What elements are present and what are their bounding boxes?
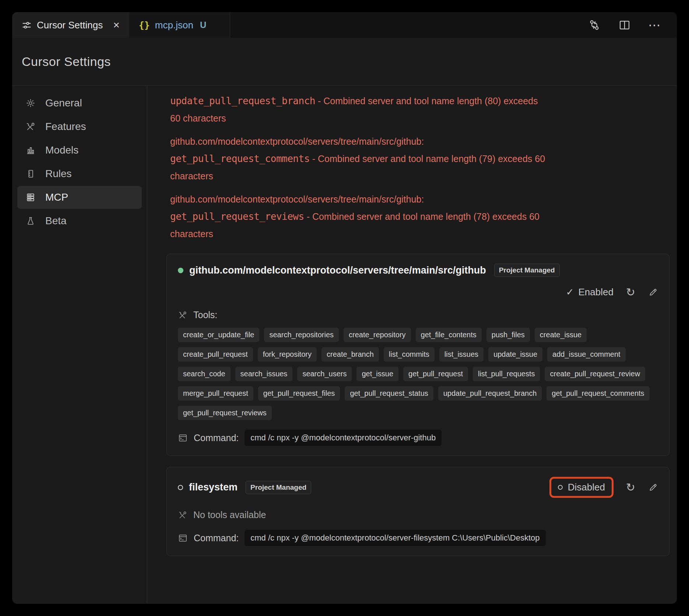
page-header: Cursor Settings xyxy=(12,38,677,86)
server-status-dot-enabled xyxy=(178,268,183,273)
mcp-error: github.com/modelcontextprotocol/servers/… xyxy=(170,133,546,185)
sidebar-item-features[interactable]: Features xyxy=(17,115,142,138)
tool-chip: update_pull_request_branch xyxy=(438,386,542,401)
tool-chip: list_pull_requests xyxy=(473,367,540,381)
edit-icon[interactable] xyxy=(648,287,658,298)
sidebar-item-label: Features xyxy=(45,121,86,133)
close-icon[interactable]: × xyxy=(113,20,120,31)
tool-chip: create_repository xyxy=(344,328,411,342)
terminal-icon xyxy=(178,533,188,543)
server-stack-icon xyxy=(25,192,36,203)
tools-label: Tools: xyxy=(193,310,217,320)
sliders-icon xyxy=(22,20,32,30)
tool-chip: create_pull_request xyxy=(178,347,253,362)
settings-sidebar: General Features Models xyxy=(12,86,147,603)
editor-tab-bar: Cursor Settings × {} mcp.json U ⋯ xyxy=(12,12,677,38)
bar-chart-icon xyxy=(25,145,36,155)
tool-chip: create_pull_request_review xyxy=(545,367,645,381)
tools-icon xyxy=(178,310,187,320)
tool-chip: search_issues xyxy=(235,367,293,381)
no-tools-label: No tools available xyxy=(193,510,266,520)
beaker-icon xyxy=(25,216,36,226)
tool-chip-list: create_or_update_file search_repositorie… xyxy=(178,328,658,420)
tool-chip: get_file_contents xyxy=(416,328,482,342)
gear-icon xyxy=(25,98,36,108)
more-actions-icon[interactable]: ⋯ xyxy=(648,19,661,31)
tool-chip: get_pull_request_comments xyxy=(546,386,649,401)
server-status-dot-disabled xyxy=(178,485,183,490)
sidebar-item-general[interactable]: General xyxy=(17,92,142,115)
server-name: filesystem xyxy=(189,482,238,493)
tool-chip: list_commits xyxy=(384,347,435,362)
tool-chip: get_pull_request_status xyxy=(345,386,433,401)
refresh-icon[interactable]: ↻ xyxy=(626,287,635,298)
mcp-error: github.com/modelcontextprotocol/servers/… xyxy=(170,191,546,243)
tab-label: mcp.json xyxy=(155,20,193,31)
tool-chip: search_repositories xyxy=(264,328,339,342)
command-value: cmd /c npx -y @modelcontextprotocol/serv… xyxy=(245,430,442,446)
terminal-icon xyxy=(178,433,188,443)
server-card-filesystem: filesystem Project Managed Disabled ↻ xyxy=(166,467,669,556)
tab-mcp-json[interactable]: {} mcp.json U xyxy=(129,12,231,38)
open-changes-icon[interactable] xyxy=(588,18,601,32)
tool-chip: create_issue xyxy=(535,328,587,342)
refresh-icon[interactable]: ↻ xyxy=(626,482,635,493)
tool-chip: search_users xyxy=(297,367,352,381)
tool-chip: get_pull_request xyxy=(403,367,468,381)
rules-icon xyxy=(25,169,36,179)
sidebar-item-beta[interactable]: Beta xyxy=(17,210,142,232)
server-status-label: Enabled xyxy=(578,286,613,298)
edit-icon[interactable] xyxy=(648,482,658,493)
sidebar-item-models[interactable]: Models xyxy=(17,139,142,162)
project-managed-badge: Project Managed xyxy=(246,481,311,494)
command-label: Command: xyxy=(194,533,239,543)
tool-chip: add_issue_comment xyxy=(547,347,626,362)
mcp-settings-content: update_pull_request_branch - Combined se… xyxy=(147,86,677,603)
app-window: Cursor Settings × {} mcp.json U ⋯ xyxy=(12,12,677,604)
sidebar-item-label: Models xyxy=(45,144,78,156)
project-managed-badge: Project Managed xyxy=(494,264,560,277)
tool-chip: create_branch xyxy=(321,347,379,362)
tab-cursor-settings[interactable]: Cursor Settings × xyxy=(12,12,129,38)
sidebar-item-label: MCP xyxy=(45,191,68,203)
command-label: Command: xyxy=(194,433,239,443)
server-name: github.com/modelcontextprotocol/servers/… xyxy=(189,265,486,276)
server-status-label: Disabled xyxy=(568,482,605,493)
tool-chip: fork_repository xyxy=(258,347,317,362)
sidebar-item-label: Rules xyxy=(45,168,72,180)
tab-label: Cursor Settings xyxy=(37,20,103,31)
tool-chip: get_pull_request_reviews xyxy=(178,406,272,420)
tools-icon xyxy=(25,122,36,132)
tool-chip: merge_pull_request xyxy=(178,386,253,401)
editor-actions: ⋯ xyxy=(588,12,677,38)
mcp-error: update_pull_request_branch - Combined se… xyxy=(170,92,546,127)
tool-chip: list_issues xyxy=(439,347,484,362)
server-disable-toggle-highlighted[interactable]: Disabled xyxy=(549,477,614,498)
git-untracked-badge: U xyxy=(200,20,206,30)
sidebar-item-label: General xyxy=(45,97,82,109)
tool-chip: get_pull_request_files xyxy=(258,386,340,401)
sidebar-item-rules[interactable]: Rules xyxy=(17,162,142,185)
page-title: Cursor Settings xyxy=(22,54,111,69)
tool-chip: create_or_update_file xyxy=(178,328,259,342)
tool-chip: get_issue xyxy=(356,367,398,381)
check-icon: ✓ xyxy=(566,286,574,298)
server-card-github: github.com/modelcontextprotocol/servers/… xyxy=(166,254,669,456)
tool-chip: search_code xyxy=(178,367,231,381)
command-value: cmd /c npx -y @modelcontextprotocol/serv… xyxy=(245,530,545,546)
sidebar-item-label: Beta xyxy=(45,215,67,227)
json-braces-icon: {} xyxy=(139,20,150,31)
mcp-error-list: update_pull_request_branch - Combined se… xyxy=(166,92,669,243)
split-editor-icon[interactable] xyxy=(618,18,631,32)
tool-chip: push_files xyxy=(486,328,530,342)
tools-icon xyxy=(178,510,187,520)
server-enable-toggle[interactable]: ✓ Enabled xyxy=(566,286,614,298)
sidebar-item-mcp[interactable]: MCP xyxy=(17,186,142,209)
tool-chip: update_issue xyxy=(488,347,542,362)
disabled-circle-icon xyxy=(558,485,563,490)
